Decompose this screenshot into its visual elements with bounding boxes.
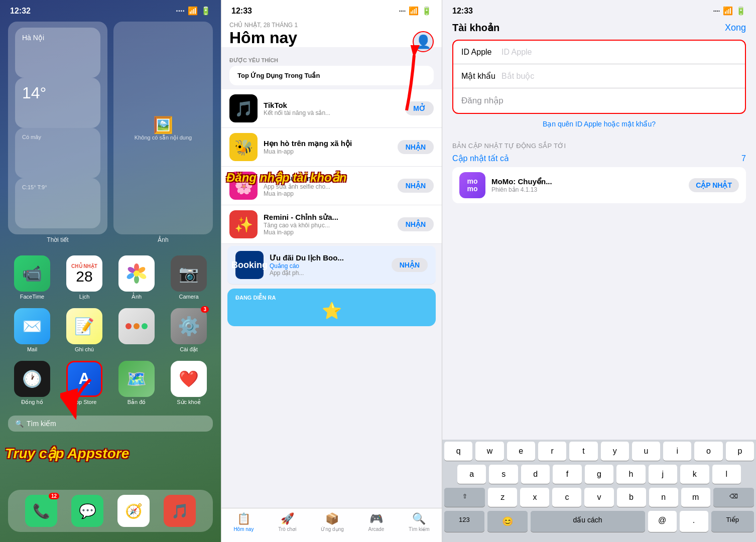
- remini-name: Remini - Chỉnh sửa...: [264, 213, 392, 222]
- key-c[interactable]: c: [552, 488, 581, 507]
- key-j[interactable]: j: [649, 465, 677, 484]
- key-u[interactable]: u: [632, 442, 660, 461]
- booking-icon: Booking: [235, 251, 264, 279]
- remini-get-btn[interactable]: NHẬN: [398, 217, 434, 231]
- key-e[interactable]: e: [507, 442, 535, 461]
- update-all-btn[interactable]: Cập nhật tất cả: [452, 154, 509, 163]
- app-remini[interactable]: ✨ Remini - Chỉnh sửa... Tăng cao và khôi…: [221, 205, 442, 244]
- key-d[interactable]: d: [521, 465, 550, 484]
- key-q[interactable]: q: [444, 442, 472, 461]
- screen1-status-icons: ···· 📶 🔋: [176, 6, 211, 16]
- key-v[interactable]: v: [584, 488, 613, 507]
- screen3-wifi-icon: 📶: [723, 6, 733, 16]
- app-camera[interactable]: 📷 Camera: [167, 255, 211, 300]
- key-a[interactable]: a: [457, 465, 486, 484]
- meitu-get-btn[interactable]: NHẬN: [398, 179, 434, 193]
- tab-games[interactable]: 🚀 Trò chơi: [278, 512, 296, 532]
- screen2-signal-icon: ····: [399, 8, 406, 15]
- key-emoji[interactable]: 😊: [487, 511, 528, 532]
- app-dots[interactable]: [114, 308, 159, 353]
- health-label: Sức khoẻ: [177, 399, 201, 405]
- key-z[interactable]: z: [488, 488, 517, 507]
- dock-messages[interactable]: 💬: [71, 495, 103, 527]
- appstore-header: CHỦ NHẬT, 28 THÁNG 1 Hôm nay: [221, 18, 442, 47]
- momo-update-btn[interactable]: CẬP NHẬT: [689, 178, 739, 192]
- remini-sub: Mua in-app: [264, 229, 392, 236]
- momo-name: MoMo: Chuyển...: [491, 177, 683, 186]
- app-clock[interactable]: 🕐 Đồng hồ: [10, 361, 54, 405]
- app-health[interactable]: ❤️ Sức khoẻ: [167, 361, 211, 405]
- booking-get-btn[interactable]: NHẬN: [392, 258, 428, 272]
- weather-widget[interactable]: Hà Nội 14° Có mây C:15° T:9°: [8, 22, 107, 234]
- key-m[interactable]: m: [681, 488, 710, 507]
- calendar-label: Lịch: [79, 294, 90, 300]
- widget-row: Hà Nội 14° Có mây C:15° T:9° Thời tiết 🖼…: [0, 18, 221, 247]
- screen1-home: 12:32 ···· 📶 🔋 Hà Nội 14° Có mây C:15° T…: [0, 0, 221, 542]
- dock-music[interactable]: 🎵: [164, 495, 196, 527]
- key-n[interactable]: n: [649, 488, 678, 507]
- tab-search[interactable]: 🔍 Tìm kiếm: [409, 512, 430, 532]
- login-form: ID Apple ID Apple Mật khẩu Bắt buộc Đăng…: [452, 40, 746, 114]
- key-period[interactable]: .: [680, 511, 708, 532]
- tab-apps[interactable]: 📦 Ứng dụng: [321, 512, 344, 532]
- updates-section: BẢN CẬP NHẬT TỰ ĐỘNG SẮP TỚI Cập nhật tấ…: [442, 134, 756, 207]
- dock-phone[interactable]: 📞 12: [25, 495, 57, 527]
- key-y[interactable]: y: [601, 442, 629, 461]
- weather-city: Hà Nội: [15, 28, 100, 78]
- login-submit-btn[interactable]: Đăng nhập: [461, 96, 503, 105]
- app-settings[interactable]: ⚙️ 3 Cài đặt: [167, 308, 211, 353]
- tab-today-icon: 📋: [237, 512, 250, 525]
- key-l[interactable]: l: [712, 465, 741, 484]
- key-next[interactable]: Tiếp: [711, 511, 754, 532]
- svg-point-7: [134, 270, 140, 277]
- health-icon: ❤️: [171, 361, 207, 397]
- app-mail[interactable]: ✉️ Mail: [10, 308, 54, 353]
- app-photos[interactable]: Ảnh: [114, 255, 159, 300]
- key-b[interactable]: b: [617, 488, 646, 507]
- app-calendar[interactable]: CHỦ NHẬT 28 Lịch: [62, 255, 106, 300]
- key-s[interactable]: s: [489, 465, 518, 484]
- facetime-icon: 📹: [14, 255, 50, 292]
- key-f[interactable]: f: [553, 465, 581, 484]
- key-r[interactable]: r: [538, 442, 566, 461]
- app-facetime[interactable]: 📹 FaceTime: [10, 255, 54, 300]
- password-field: Mật khẩu Bắt buộc: [453, 64, 745, 88]
- key-i[interactable]: i: [663, 442, 691, 461]
- key-delete[interactable]: ⌫: [713, 488, 754, 507]
- key-p[interactable]: p: [726, 442, 754, 461]
- key-t[interactable]: t: [569, 442, 597, 461]
- search-bar[interactable]: 🔍 Tìm kiếm: [8, 416, 213, 432]
- clock-icon: 🕐: [14, 361, 50, 397]
- key-h[interactable]: h: [616, 465, 645, 484]
- key-123[interactable]: 123: [444, 511, 484, 532]
- keyboard-row1: q w e r t y u i o p: [442, 440, 756, 463]
- apple-id-input[interactable]: ID Apple: [501, 48, 737, 57]
- bumble-get-btn[interactable]: NHẬN: [398, 140, 434, 154]
- key-w[interactable]: w: [475, 442, 503, 461]
- key-k[interactable]: k: [680, 465, 709, 484]
- key-shift[interactable]: ⇧: [444, 488, 485, 507]
- tab-search-icon: 🔍: [412, 512, 426, 525]
- key-at[interactable]: @: [648, 511, 677, 532]
- tab-arcade[interactable]: 🎮 Arcade: [368, 512, 385, 532]
- app-bumble[interactable]: 🐝 Hẹn hò trên mạng xã hội Mua in-app NHẬ…: [221, 128, 442, 167]
- key-x[interactable]: x: [520, 488, 549, 507]
- app-notes[interactable]: 📝 Ghi chú: [62, 308, 106, 353]
- calendar-icon: CHỦ NHẬT 28: [66, 255, 102, 292]
- screen3-time: 12:33: [452, 7, 473, 16]
- dock-safari[interactable]: 🧭: [117, 495, 150, 527]
- photos-widget[interactable]: 🖼️ Không có sẵn nội dung: [113, 22, 213, 234]
- app-list: 🎵 TikTok Kết nối tài năng và sản... MỞ 🐝…: [221, 89, 442, 285]
- key-g[interactable]: g: [585, 465, 613, 484]
- bumble-name: Hẹn hò trên mạng xã hội: [264, 139, 392, 148]
- forgot-password-link[interactable]: Bạn quên ID Apple hoặc mật khẩu?: [442, 114, 756, 134]
- tab-today[interactable]: 📋 Hôm nay: [233, 512, 254, 532]
- key-o[interactable]: o: [694, 442, 722, 461]
- keyboard-row3: ⇧ z x c v b n m ⌫: [442, 486, 756, 509]
- app-maps[interactable]: 🗺️ Bản đồ: [114, 361, 159, 405]
- password-input[interactable]: Bắt buộc: [501, 71, 737, 81]
- account-close-btn[interactable]: Xong: [725, 23, 746, 33]
- key-space[interactable]: dấu cách: [531, 511, 645, 532]
- app-booking[interactable]: Booking Ưu đãi Du lịch Boo... Quảng cáo …: [227, 246, 436, 285]
- arrow-appstore: [60, 374, 100, 427]
